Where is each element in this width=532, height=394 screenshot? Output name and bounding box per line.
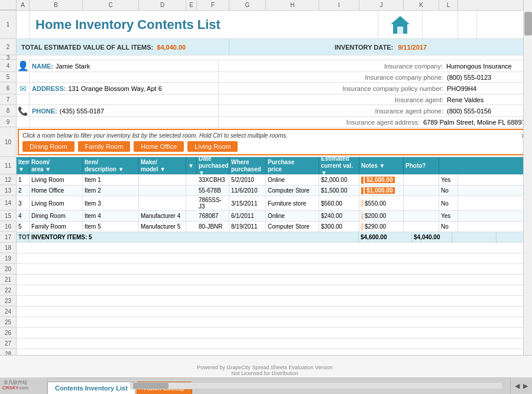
data-date: 5/2/2010	[229, 175, 266, 185]
empty-row: 23	[0, 296, 532, 307]
data-photo: No	[439, 196, 458, 210]
data-purchase: $2,000.00	[319, 175, 359, 185]
data-description: Item 3	[83, 196, 139, 210]
status-line2: Not Licensed for Distribution	[231, 370, 298, 376]
scroll-right-btn[interactable]: ▶	[521, 382, 530, 390]
room-filter-buttons[interactable]: Dining Room Family Room Home Office Livi…	[22, 141, 526, 152]
data-photo: No	[439, 185, 458, 196]
th-where: Where purchased	[229, 157, 266, 174]
col-b: B	[30, 0, 83, 10]
th-notes: Notes ▼	[359, 157, 404, 174]
mail-icon: ✉	[20, 84, 27, 93]
date-label: INVENTORY DATE:	[335, 44, 393, 51]
data-make	[139, 175, 186, 185]
th-item: Item ▼	[17, 157, 30, 174]
data-current: $2,000.00	[359, 175, 404, 185]
th-serial-arrow: ▼	[186, 157, 197, 174]
data-make	[139, 196, 186, 210]
data-current: $290.00	[359, 222, 404, 232]
empty-row: 19	[0, 253, 532, 264]
data-current: $200.00	[359, 211, 404, 221]
table-row: 16 5 Family Room Item 5 Manufacturer 5 8…	[0, 222, 532, 232]
svg-marker-0	[391, 16, 410, 24]
table-row: 12 1 Living Room Item 1 33XCBH3 5/2/2010…	[0, 175, 532, 185]
row-8: 8 📞 PHONE: (435) 555-0187 Insurance agen…	[0, 105, 532, 117]
room-btn-family[interactable]: Family Room	[78, 141, 131, 152]
ins-agent-label: Insurance agent:	[221, 96, 443, 103]
address-label: ADDRESS:	[32, 85, 66, 92]
col-h: H	[266, 0, 319, 10]
phone-icon: 📞	[18, 106, 28, 116]
col-c: C	[83, 0, 139, 10]
data-notes	[404, 175, 439, 185]
phone-value: (435) 555-0187	[60, 108, 104, 115]
data-description: Item 4	[83, 211, 139, 221]
data-serial: 55-678B	[197, 185, 229, 196]
data-make: Manufacturer 5	[139, 222, 186, 232]
inventory-count: INVENTORY ITEMS: 5	[30, 232, 359, 242]
empty-row: 20	[0, 264, 532, 275]
ins-agent-phone-value: (800) 555-0156	[447, 108, 530, 115]
row-6: 6 ✉ ADDRESS: 131 Orange Blossom Way, Apt…	[0, 83, 532, 95]
data-date: 3/15/2011	[229, 196, 266, 210]
ins-phone-label: Insurance company phone:	[221, 74, 443, 81]
empty-row: 21	[0, 275, 532, 285]
total-notes	[452, 232, 497, 242]
data-serial-col	[186, 185, 197, 196]
tab-contents-inventory[interactable]: Contents Inventory List	[47, 382, 135, 394]
address-value: 131 Orange Blossom Way, Apt 6	[68, 85, 161, 92]
status-bar: Powered by GrapeCity Spread.Sheets Evalu…	[0, 355, 532, 377]
data-room: Living Room	[30, 175, 83, 185]
table-header-row: 11 Item ▼ Room/area ▼ Item/description ▼…	[0, 157, 532, 175]
empty-row: 25	[0, 317, 532, 328]
data-serial: 33XCBH3	[197, 175, 229, 185]
data-notes	[404, 222, 439, 232]
name-value: Jamie Stark	[56, 63, 90, 70]
table-row: 15 4 Dining Room Item 4 Manufacturer 4 7…	[0, 211, 532, 222]
ins-company-label: Insurance company:	[221, 63, 443, 70]
data-purchase: $240.00	[319, 211, 359, 221]
table-row: 14 3 Living Room Item 3 7865SS-J3 3/15/2…	[0, 196, 532, 211]
col-j: J	[359, 0, 404, 10]
data-where: Computer Store	[266, 185, 319, 196]
data-make: Manufacturer 4	[139, 211, 186, 221]
th-make: Make/model ▼	[139, 157, 186, 174]
filter-instruction: Click a room below to filter your invent…	[22, 132, 526, 139]
data-current: $550.00	[359, 196, 404, 210]
vertical-scrollbar[interactable]	[523, 0, 532, 355]
data-where: Furniture store	[266, 196, 319, 210]
ins-agent-value: Rene Valdes	[447, 96, 530, 103]
empty-row: 18	[0, 243, 532, 253]
data-room: Living Room	[30, 196, 83, 210]
th-purchase: Purchaseprice	[266, 157, 319, 174]
room-btn-office[interactable]: Home Office	[134, 141, 184, 152]
scroll-left-btn[interactable]: ◀	[513, 382, 521, 390]
row-9: 9 Insurance agent address: 6789 Palm Str…	[0, 117, 532, 128]
data-photo: Yes	[439, 211, 458, 221]
ins-agent-address-label: Insurance agent address:	[221, 119, 420, 126]
row-7: 7 Insurance agent: Rene Valdes	[0, 95, 532, 105]
row-3: 3	[0, 56, 532, 60]
data-serial-col	[186, 222, 197, 232]
empty-row: 22	[0, 285, 532, 296]
th-current: Estimatedcurrent val. ▼	[319, 157, 359, 174]
data-purchase: $560.00	[319, 196, 359, 210]
empty-row: 26	[0, 328, 532, 338]
data-room: Family Room	[30, 222, 83, 232]
h-scrollbar-thumb[interactable]	[133, 383, 168, 389]
total-current: $4,040.00	[412, 232, 452, 242]
totals-row: 17 TOTALS INVENTORY ITEMS: 5 $4,600.00 $…	[0, 232, 532, 243]
col-k: K	[404, 0, 439, 10]
data-serial: 7865SS-J3	[197, 196, 229, 210]
room-btn-living[interactable]: Living Room	[187, 141, 238, 152]
status-line1: Powered by GrapeCity Spread.Sheets Evalu…	[197, 364, 333, 370]
data-date: 8/19/2011	[229, 222, 266, 232]
data-where: Online	[266, 211, 319, 221]
col-f: F	[197, 0, 229, 10]
scrollbar-thumb[interactable]	[524, 12, 532, 35]
row-4: 4 👤 NAME: Jamie Stark Insurance company:…	[0, 60, 532, 72]
data-date: 11/6/2010	[229, 185, 266, 196]
room-btn-dining[interactable]: Dining Room	[22, 141, 74, 152]
data-serial: 768087	[197, 211, 229, 221]
total-purchase: $4,600.00	[359, 232, 412, 242]
